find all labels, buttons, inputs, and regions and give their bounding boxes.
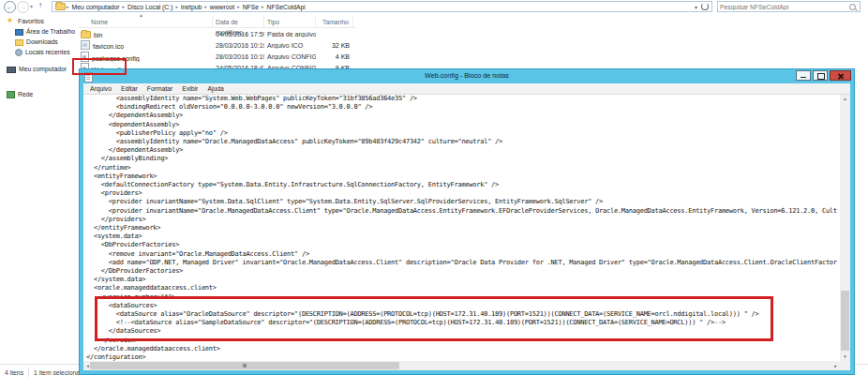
breadcrumb-item[interactable]: Meu computador (70, 4, 122, 10)
file-type: Arquivo CONFIG (264, 53, 316, 60)
sidebar-item-label: Favoritos (18, 18, 44, 24)
address-bar[interactable]: ▸Meu computador▸Disco Local (C:)▸inetpub… (52, 1, 712, 12)
notepad-menubar: ArquivoEditarFormatarExibirAjuda (83, 83, 850, 95)
horizontal-scrollbar[interactable]: ◂ ▸ (83, 361, 840, 370)
desktop: ← → ▾ ↑ ▸Meu computador▸Disco Local (C:)… (0, 0, 868, 390)
file-size: 4 KB (316, 53, 353, 60)
breadcrumb: ▸Meu computador▸Disco Local (C:)▸inetpub… (66, 4, 307, 10)
sidebar-item-rede[interactable]: Rede (0, 89, 77, 99)
notepad-titlebar[interactable]: Web.config - Bloco de notas (80, 69, 854, 83)
address-folder-icon (55, 3, 66, 10)
code-line: <publisherPolicy apply="no" /> (86, 129, 840, 138)
scrollbar-corner (840, 361, 850, 370)
horizontal-scroll-thumb[interactable] (90, 362, 399, 369)
sidebar-item-label: Meu computador (19, 66, 67, 72)
code-line: <remove invariant="Oracle.ManagedDataAcc… (86, 250, 840, 259)
refresh-icon[interactable] (701, 3, 709, 10)
recent-places-icon (15, 49, 22, 56)
code-line: </entityFramework> (86, 224, 840, 232)
file-name-cell: bin (79, 30, 213, 38)
folder-icon (81, 31, 91, 38)
code-line: <add name="ODP.NET, Managed Driver" inva… (86, 259, 840, 267)
scroll-down-icon[interactable]: ▾ (840, 352, 850, 361)
column-header-1[interactable]: Data de modificaç... (213, 17, 264, 27)
file-type: Pasta de arquivos (264, 31, 316, 38)
minimize-button[interactable] (796, 70, 811, 81)
search-icon[interactable] (849, 4, 856, 10)
star-icon (7, 18, 15, 25)
menu-ajuda[interactable]: Ajuda (202, 85, 228, 92)
code-line: <provider invariantName="System.Data.Sql… (86, 198, 840, 206)
annotation-box-webconfig-file (72, 58, 127, 75)
menu-exibir[interactable]: Exibir (177, 85, 202, 92)
code-line: </providers> (86, 216, 840, 224)
maximize-icon (817, 73, 825, 80)
file-list-headers: NomeData de modificaç...TipoTamanho (79, 17, 356, 28)
breadcrumb-item[interactable]: Disco Local (C:) (126, 4, 174, 10)
sidebar-item-meu-computador[interactable]: Meu computador (0, 64, 77, 74)
menu-editar[interactable]: Editar (116, 85, 142, 92)
column-header-2[interactable]: Tipo (264, 17, 316, 27)
sidebar-item-downloads[interactable]: Downloads (0, 37, 77, 47)
menu-formatar[interactable]: Formatar (142, 85, 178, 92)
ico-file-icon (81, 40, 90, 50)
code-line: <defaultConnectionFactory type="System.D… (86, 181, 840, 189)
sidebar: FavoritosÁrea de TrabalhoDownloadsLocais… (0, 16, 77, 99)
sidebar-item-label: Downloads (26, 38, 58, 45)
code-line: </configuration> (86, 353, 840, 361)
address-dropdown-icon[interactable]: ▾ (695, 4, 697, 10)
file-date: 28/03/2016 10:19 (213, 42, 264, 49)
file-row[interactable]: bin04/05/2016 17:59Pasta de arquivos (79, 28, 356, 39)
breadcrumb-item[interactable]: NFSeColdApi (265, 4, 307, 10)
window-controls (796, 70, 851, 81)
code-line: <entityFramework> (86, 172, 840, 181)
file-name-cell: favicon.ico (79, 40, 213, 50)
sidebar-item-label: Rede (18, 91, 33, 98)
sidebar-item-area-de-trabalho[interactable]: Área de Trabalho (0, 26, 77, 37)
vertical-scrollbar[interactable]: ▴ ▾ (840, 95, 850, 361)
forward-button[interactable]: → (17, 1, 29, 13)
code-line: <dependentAssembly> (86, 121, 840, 129)
search-input[interactable] (720, 2, 846, 11)
file-name-label: bin (94, 32, 102, 38)
breadcrumb-item[interactable]: wwwroot (208, 4, 236, 10)
close-button[interactable] (830, 70, 851, 81)
items-count: 4 itens (0, 369, 28, 376)
sidebar-item-favoritos[interactable]: Favoritos (0, 16, 77, 26)
column-header-3[interactable]: Tamanho (316, 17, 353, 27)
search-box (717, 1, 861, 12)
file-name-label: favicon.ico (93, 43, 124, 50)
breadcrumb-item[interactable]: inetpub (179, 4, 203, 10)
file-type: Arquivo ICO (264, 42, 316, 49)
code-line: <provider invariantName="Oracle.ManagedD… (86, 207, 840, 216)
file-date: 28/03/2016 10:19 (213, 53, 264, 60)
code-line: </oracle.manageddataaccess.client> (86, 345, 840, 353)
scroll-up-icon[interactable]: ▴ (840, 95, 850, 103)
scroll-right-icon[interactable]: ▸ (831, 361, 840, 370)
code-line: <providers> (86, 189, 840, 198)
notepad-window-title: Web.config - Bloco de notas (80, 71, 854, 80)
back-button[interactable]: ← (4, 1, 16, 13)
menu-arquivo[interactable]: Arquivo (85, 85, 116, 92)
history-dropdown-button[interactable]: ▾ (30, 3, 33, 9)
network-icon (7, 91, 15, 98)
code-line: <oracle.manageddataaccess.client> (86, 284, 840, 292)
code-line: <assemblyIdentity name="Oracle.ManagedDa… (86, 138, 840, 146)
up-button[interactable]: ↑ (38, 1, 42, 9)
explorer-toolbar: ← → ▾ ↑ ▸Meu computador▸Disco Local (C:)… (0, 0, 868, 15)
computer-icon (7, 67, 16, 73)
vertical-scroll-thumb[interactable] (841, 291, 849, 351)
maximize-button[interactable] (813, 70, 828, 81)
code-line: </dependentAssembly> (86, 146, 840, 155)
code-line: </system.data> (86, 276, 840, 284)
forward-arrow-icon: → (20, 4, 26, 10)
sidebar-item-locais-recentes[interactable]: Locais recentes (0, 47, 77, 57)
breadcrumb-item[interactable]: NFSe (241, 4, 261, 10)
file-row[interactable]: favicon.ico28/03/2016 10:19Arquivo ICO32… (79, 39, 356, 51)
code-line: <system.data> (86, 232, 840, 241)
code-line: </DbProviderFactories> (86, 267, 840, 276)
back-arrow-icon: ← (7, 4, 13, 10)
file-date: 04/05/2016 17:59 (213, 31, 264, 38)
column-header-0[interactable]: Nome (79, 17, 213, 27)
code-line: </assemblyBinding> (86, 155, 840, 163)
